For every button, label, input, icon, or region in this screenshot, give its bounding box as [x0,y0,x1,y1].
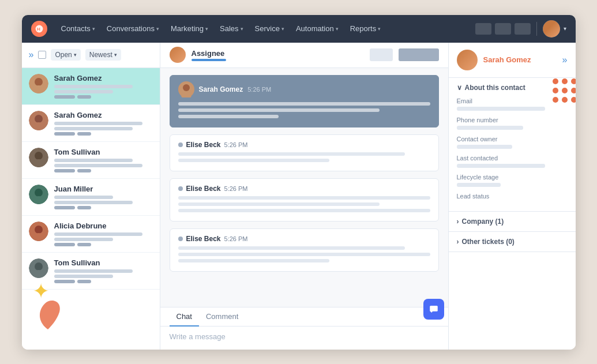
newest-filter-button[interactable]: Newest ▾ [85,49,121,61]
chevron-down-icon: ▾ [378,26,381,32]
nav-sales[interactable]: Sales ▾ [215,22,248,35]
float-chat-button[interactable] [423,299,444,320]
avatar [29,185,48,204]
message-avatar [178,81,194,97]
contact-meta [54,95,153,99]
company-section[interactable]: › Company (1) [449,212,576,232]
contact-info: Sarah Gomez [54,111,153,136]
contact-name: Sarah Gomez [54,111,153,119]
contact-name: Tom Sullivan [54,148,153,156]
chat-action-btn-1[interactable] [370,48,393,61]
avatar [29,222,48,241]
meta-badge [77,206,91,209]
chevron-down-icon: ▾ [114,52,117,58]
contact-meta [54,243,153,246]
avatar [29,148,48,167]
avatar-image [543,20,560,37]
top-navigation: H Contacts ▾ Conversations ▾ Marketing ▾… [22,15,576,43]
tab-comment[interactable]: Comment [199,307,245,327]
preview-line [54,201,133,204]
message-sender-name: Elise Beck [186,235,221,243]
message-time: 5:26 PM [224,141,248,148]
nav-icon-2[interactable] [495,23,511,35]
panel-contact-header: Sarah Gomez » [449,43,576,78]
user-avatar[interactable] [543,20,560,37]
nav-conversations[interactable]: Conversations ▾ [102,22,164,35]
contact-info: Alicia Debrune [54,222,153,246]
contact-info: Sarah Gomez [54,74,153,99]
preview-line [54,164,143,167]
meta-badge [77,280,91,283]
decorative-dots [553,78,576,103]
nav-marketing[interactable]: Marketing ▾ [166,22,213,35]
preview-line [54,85,133,88]
message-line [178,108,380,112]
chat-input-area: Chat Comment Write a message [160,307,448,350]
message-block: Sarah Gomez 5:26 PM [170,75,439,127]
open-filter-button[interactable]: Open ▾ [51,49,80,61]
message-line [178,202,380,206]
message-block: Elise Beck 5:26 PM [170,134,439,171]
avatar [29,111,48,130]
message-header: Sarah Gomez 5:26 PM [178,81,430,97]
contact-name: Alicia Debrune [54,222,153,230]
message-line [178,209,430,212]
contact-item[interactable]: Juan Miller [22,179,160,216]
svg-rect-23 [430,306,438,312]
hubspot-logo[interactable]: H [31,21,47,37]
message-line [178,196,430,200]
sidebar-toolbar: » Open ▾ Newest ▾ [22,43,160,68]
message-input[interactable]: Write a message [160,327,448,350]
sidebar-expand-button[interactable]: » [29,50,34,60]
avatar-chevron[interactable]: ▾ [564,25,566,32]
about-section-header[interactable]: ∨ About this contact [457,84,568,92]
decorative-leaf [33,298,62,332]
lead-status-field: Lead status [457,193,568,200]
meta-badge [54,95,75,99]
chat-tabs: Chat Comment [160,307,448,327]
select-all-checkbox[interactable] [38,51,46,59]
message-line [178,259,329,262]
preview-line [54,232,143,236]
meta-badge [54,169,75,172]
chat-action-btn-2[interactable] [399,48,439,61]
preview-line [54,269,133,273]
contact-item[interactable]: Sarah Gomez [22,105,160,142]
contact-info: Juan Miller [54,185,153,209]
field-value [457,126,523,130]
nav-icon-1[interactable] [475,23,491,35]
message-sender-name: Elise Beck [186,185,221,193]
nav-reports[interactable]: Reports ▾ [346,22,386,35]
nav-service[interactable]: Service ▾ [250,22,289,35]
chevron-down-icon: ▾ [281,26,284,32]
message-sender-name: Elise Beck [186,141,221,149]
tab-chat[interactable]: Chat [170,307,199,327]
contact-item[interactable]: Tom Sullivan [22,142,160,179]
nav-contacts[interactable]: Contacts ▾ [57,22,100,35]
message-line [178,115,279,118]
svg-point-12 [35,189,43,197]
chat-contact-avatar [170,47,186,63]
message-header: Elise Beck 5:26 PM [178,185,430,193]
chat-header-info: Assignee [192,49,226,61]
contact-item[interactable]: Sarah Gomez [22,68,160,105]
chat-area: Assignee Sarah Gomez 5:26 PM [160,43,449,350]
nav-automation[interactable]: Automation ▾ [291,22,343,35]
other-tickets-section[interactable]: › Other tickets (0) [449,232,576,252]
avatar [29,258,48,278]
message-block: Elise Beck 5:26 PM [170,228,439,272]
lifecycle-field: Lifecycle stage [457,174,568,187]
contact-name: Tom Sullivan [54,258,153,267]
field-label: Lead status [457,193,568,200]
message-time: 5:26 PM [224,185,248,192]
preview-line [54,127,133,130]
nav-icon-3[interactable] [515,23,531,35]
panel-expand-button[interactable]: » [562,55,568,65]
chevron-down-icon: ∨ [457,84,462,92]
contact-item[interactable]: Alicia Debrune [22,216,160,253]
chevron-down-icon: ▾ [156,26,159,32]
preview-line [54,90,114,93]
meta-badge [54,132,75,136]
chevron-down-icon: ▾ [92,26,95,32]
app-wrapper: ✦ H Contacts ▾ Conversations ▾ Marketing… [22,15,576,350]
